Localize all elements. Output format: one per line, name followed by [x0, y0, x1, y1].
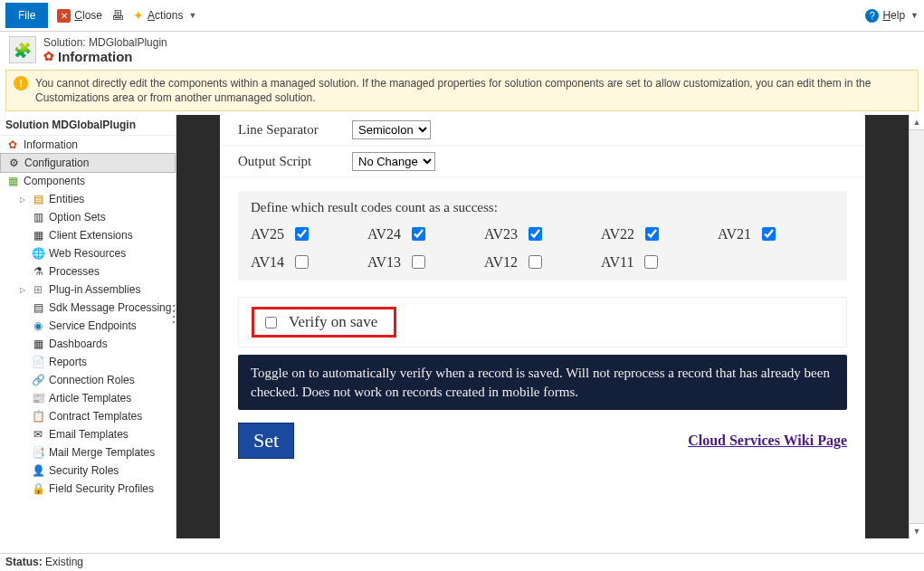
nav-components[interactable]: ▦Components [0, 172, 176, 190]
code-checkbox-av13[interactable] [412, 255, 425, 269]
nav-entities[interactable]: ▷▤Entities [0, 190, 176, 208]
chevron-down-icon: ▼ [910, 11, 919, 20]
actions-menu[interactable]: ✦ Actions ▼ [133, 8, 196, 23]
nav-contract-templates[interactable]: 📋Contract Templates [0, 407, 176, 425]
code-cell-av11: AV11 [601, 252, 718, 271]
content-pane: ▲ ▼ Line Separator Semicolon Output Scri… [176, 115, 924, 538]
set-button[interactable]: Set [238, 423, 294, 459]
code-cell-av21: AV21 [718, 224, 834, 243]
chevron-down-icon: ▼ [188, 11, 196, 20]
code-label: AV11 [601, 254, 633, 271]
warning-icon: ! [14, 76, 28, 90]
code-checkbox-av25[interactable] [295, 227, 309, 241]
code-label: AV12 [484, 254, 518, 271]
wiki-link[interactable]: Cloud Services Wiki Page [688, 433, 847, 449]
code-cell-av13: AV13 [367, 252, 484, 271]
optionset-icon: ▥ [31, 210, 45, 224]
globe-icon: 🌐 [31, 246, 45, 261]
help-menu[interactable]: ? Help ▼ [865, 9, 919, 23]
line-separator-row: Line Separator Semicolon [220, 115, 865, 147]
verify-on-save-section: Verify on save [238, 297, 847, 347]
nav-connection-roles[interactable]: 🔗Connection Roles [0, 371, 176, 389]
process-icon: ⚗ [31, 264, 45, 279]
components-icon: ▦ [5, 174, 20, 188]
solution-header: 🧩 Solution: MDGlobalPlugin ✿ Information [0, 32, 924, 68]
code-cell-av23: AV23 [484, 224, 601, 243]
actions-label: Actions [148, 9, 183, 22]
bottom-row: Set Cloud Services Wiki Page [238, 423, 847, 459]
vertical-scrollbar[interactable]: ▲ ▼ [909, 115, 924, 538]
code-checkbox-av22[interactable] [645, 227, 659, 241]
fieldsec-icon: 🔒 [31, 481, 45, 496]
nav-article-templates[interactable]: 📰Article Templates [0, 389, 176, 407]
nav-sdk-steps[interactable]: ▤Sdk Message Processing S... [0, 299, 176, 317]
nav-title: Solution MDGlobalPlugin [0, 115, 176, 136]
report-icon: 📄 [31, 355, 45, 369]
code-checkbox-av12[interactable] [529, 255, 542, 269]
code-label: AV14 [251, 254, 284, 271]
star-icon: ✦ [133, 8, 144, 23]
code-label: AV23 [484, 226, 518, 243]
close-icon: ✕ [57, 9, 71, 23]
line-separator-label: Line Separator [238, 122, 338, 138]
expand-icon[interactable]: ▷ [18, 195, 27, 204]
code-checkbox-av21[interactable] [762, 227, 776, 241]
nav-client-extensions[interactable]: ▦Client Extensions [0, 226, 176, 244]
code-label: AV25 [251, 226, 284, 243]
nav-email-templates[interactable]: ✉Email Templates [0, 425, 176, 443]
code-cell-av24: AV24 [367, 224, 484, 243]
email-icon: ✉ [31, 427, 45, 442]
nav-mailmerge-templates[interactable]: 📑Mail Merge Templates [0, 443, 176, 462]
save-icon: 🖶 [111, 8, 124, 23]
code-cell-av14: AV14 [251, 252, 367, 271]
brand-logo: MELISSA DATA® [684, 474, 865, 509]
nav-reports[interactable]: 📄Reports [0, 353, 176, 371]
scroll-up-icon[interactable]: ▲ [910, 115, 924, 130]
code-checkbox-av24[interactable] [412, 227, 425, 241]
contract-icon: 📋 [31, 409, 45, 423]
nav-information[interactable]: ✿Information [0, 136, 176, 154]
output-script-row: Output Script No Change [220, 147, 865, 178]
nav-configuration[interactable]: ⚙Configuration [0, 153, 176, 173]
scroll-down-icon[interactable]: ▼ [910, 523, 924, 538]
info-icon: ✿ [43, 49, 54, 63]
output-script-select[interactable]: No Change [352, 152, 435, 171]
plugin-icon: ⊞ [31, 282, 45, 297]
brand-tagline: Your Partner in Data Quality [684, 513, 865, 529]
nav-option-sets[interactable]: ▥Option Sets [0, 208, 176, 226]
gear-icon: ⚙ [6, 156, 21, 170]
close-label: Close [74, 9, 102, 22]
file-menu-button[interactable]: File [5, 3, 48, 28]
extension-icon: ▦ [31, 228, 45, 243]
mailmerge-icon: 📑 [31, 445, 45, 460]
verify-on-save-highlight: Verify on save [252, 307, 396, 338]
verify-on-save-checkbox[interactable] [265, 317, 277, 328]
code-checkbox-av11[interactable] [644, 255, 658, 269]
nav-plugin-assemblies[interactable]: ▷⊞Plug-in Assemblies [0, 281, 176, 299]
code-cell-av12: AV12 [484, 252, 601, 271]
nav-processes[interactable]: ⚗Processes [0, 262, 176, 281]
code-cell-av22: AV22 [601, 224, 718, 243]
code-checkbox-av14[interactable] [295, 255, 309, 269]
result-codes-box: Define which result codes count as a suc… [238, 191, 847, 281]
nav-web-resources[interactable]: 🌐Web Resources [0, 244, 176, 262]
status-value: Existing [45, 556, 83, 568]
connection-icon: 🔗 [31, 373, 45, 387]
dashboard-icon: ▦ [31, 337, 45, 351]
warning-banner: ! You cannot directly edit the component… [5, 70, 919, 111]
nav-service-endpoints[interactable]: ◉Service Endpoints [0, 317, 176, 335]
code-checkbox-av23[interactable] [529, 227, 542, 241]
close-button[interactable]: ✕ Close [57, 9, 102, 23]
line-separator-select[interactable]: Semicolon [352, 120, 431, 139]
expand-icon[interactable]: ▷ [18, 286, 27, 294]
splitter-handle[interactable] [172, 305, 176, 323]
code-label: AV24 [367, 226, 401, 243]
status-bar: Status: Existing [0, 553, 924, 571]
nav-field-security[interactable]: 🔒Field Security Profiles [0, 480, 176, 498]
help-label: Help [882, 9, 905, 22]
entity-icon: ▤ [31, 192, 45, 206]
save-button[interactable]: 🖶 [111, 8, 124, 23]
nav-dashboards[interactable]: ▦Dashboards [0, 335, 176, 353]
endpoint-icon: ◉ [31, 319, 45, 333]
nav-security-roles[interactable]: 👤Security Roles [0, 462, 176, 480]
